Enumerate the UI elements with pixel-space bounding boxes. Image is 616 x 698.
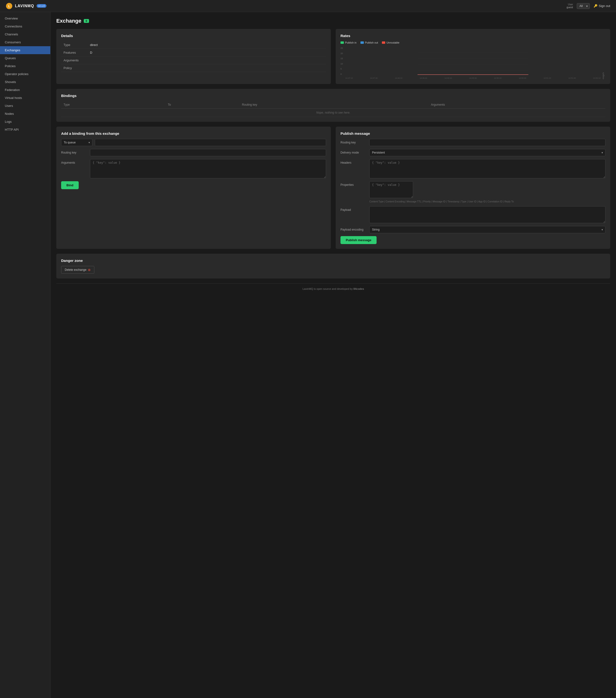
binding-destination-select-wrapper[interactable]: To queue To exchange — [61, 139, 93, 146]
bindings-table: Type To Routing key Arguments Nope, noth… — [61, 101, 605, 117]
details-rates-row: Details Type direct Features D Arguments — [56, 29, 610, 84]
bind-button[interactable]: Bind — [61, 181, 79, 189]
exchange-badge: 0 — [84, 19, 89, 23]
version-badge: v2.1.0 — [37, 4, 46, 8]
rates-chart — [345, 47, 601, 76]
binding-destination-select[interactable]: To queue To exchange — [61, 139, 93, 146]
bindings-header-row: Type To Routing key Arguments — [61, 101, 605, 109]
sidebar-item-exchanges[interactable]: Exchanges — [0, 46, 50, 54]
publish-encoding-wrapper[interactable]: String Base64 — [369, 226, 605, 233]
sidebar-item-policies[interactable]: Policies — [0, 62, 50, 70]
vhost-wrapper[interactable]: All / — [577, 3, 590, 9]
legend-publish-out: Publish out — [361, 41, 378, 44]
details-label-policy: Policy — [61, 64, 88, 72]
binding-destination-input[interactable] — [95, 139, 326, 146]
sidebar-item-overview[interactable]: Overview — [0, 14, 50, 23]
page-title-row: Exchange 0 — [56, 18, 610, 24]
legend-label-publish-in: Publish in — [345, 41, 356, 44]
publish-routing-key-row: Routing key — [340, 139, 605, 146]
publish-encoding-row: Payload encoding String Base64 — [340, 226, 605, 233]
publish-message-button[interactable]: Publish message — [340, 236, 377, 244]
chart-y-axis: 25 20 15 10 5 0 — [340, 47, 344, 79]
sidebar-item-users[interactable]: Users — [0, 102, 50, 110]
sidebar-item-consumers[interactable]: Consumers — [0, 38, 50, 46]
publish-message-card: Publish message Routing key Delivery mod… — [336, 127, 610, 249]
publish-headers-row: Headers — [340, 159, 605, 178]
legend-dot-publish-in — [340, 41, 344, 44]
publish-routing-key-label: Routing key — [340, 139, 367, 144]
sidebar-item-shovels[interactable]: Shovels — [0, 78, 50, 86]
details-card: Details Type direct Features D Arguments — [56, 29, 331, 84]
bindings-empty-message: Nope, nothing to see here. — [61, 109, 605, 117]
publish-delivery-mode-row: Delivery mode Persistent Non-persistent — [340, 149, 605, 156]
publish-properties-wrapper: Content Type | Content Encoding | Messag… — [369, 181, 605, 204]
sidebar-item-channels[interactable]: Channels — [0, 30, 50, 38]
chart-x-labels: 14:47:10 14:47:40 14:48:10 14:48:40 14:4… — [345, 77, 601, 79]
publish-headers-textarea[interactable] — [369, 159, 605, 178]
bindings-title: Bindings — [61, 94, 605, 98]
sidebar-item-connections[interactable]: Connections — [0, 23, 50, 30]
binding-arguments-row: Arguments — [61, 159, 326, 178]
sidebar-item-operator-policies[interactable]: Operator policies — [0, 70, 50, 78]
legend-dot-unroutable — [382, 41, 385, 44]
binding-destination-row: To queue To exchange — [61, 139, 326, 146]
bindings-section: Bindings Type To Routing key Arguments N… — [56, 89, 610, 122]
details-value-policy — [88, 64, 326, 72]
header: L LAVINMQ v2.1.0 User guest All / 🔑 Sign… — [0, 0, 616, 12]
sidebar-item-virtual-hosts[interactable]: Virtual hosts — [0, 94, 50, 102]
details-label-features: Features — [61, 49, 88, 57]
page-title: Exchange — [56, 18, 81, 24]
publish-encoding-select[interactable]: String Base64 — [369, 226, 605, 233]
footer: LavinMQ is open source and developed by … — [56, 283, 610, 294]
publish-payload-row: Payload — [340, 206, 605, 223]
details-table: Type direct Features D Arguments Poli — [61, 41, 326, 72]
publish-payload-textarea[interactable] — [369, 206, 605, 223]
binding-arguments-textarea[interactable] — [90, 159, 326, 178]
delete-exchange-button[interactable]: Delete exchange ⊗ — [61, 266, 94, 274]
publish-payload-label: Payload — [340, 206, 367, 212]
binding-routing-key-input[interactable] — [90, 149, 326, 156]
app-name: LAVINMQ — [15, 4, 34, 8]
details-value-arguments — [88, 57, 326, 64]
legend-dot-publish-out — [361, 41, 364, 44]
legend-label-publish-out: Publish out — [365, 41, 378, 44]
details-label-type: Type — [61, 41, 88, 49]
bind-button-row: Bind — [61, 181, 326, 189]
sidebar-item-queues[interactable]: Queues — [0, 54, 50, 62]
binding-routing-key-row: Routing key — [61, 149, 326, 156]
sidebar: Overview Connections Channels Consumers … — [0, 12, 51, 698]
publish-delivery-mode-select[interactable]: Persistent Non-persistent — [369, 149, 605, 156]
delete-icon: ⊗ — [88, 268, 91, 272]
vhost-select[interactable]: All / — [577, 3, 590, 9]
rates-legend: Publish in Publish out Unroutable — [340, 41, 605, 44]
rates-card: Rates Publish in Publish out Unroutable — [336, 29, 610, 84]
binding-arguments-label: Arguments — [61, 159, 88, 164]
add-binding-card: Add a binding from this exchange To queu… — [56, 127, 331, 249]
publish-delivery-mode-label: Delivery mode — [340, 149, 367, 154]
sidebar-item-http-api[interactable]: HTTP API — [0, 126, 50, 134]
publish-routing-key-input[interactable] — [369, 139, 605, 146]
sidebar-item-federation[interactable]: Federation — [0, 86, 50, 94]
sidebar-item-logs[interactable]: Logs — [0, 118, 50, 126]
layout: Overview Connections Channels Consumers … — [0, 12, 616, 698]
logo-icon: L — [6, 3, 13, 9]
emoji-icon: 🔑 — [593, 4, 598, 8]
sidebar-item-nodes[interactable]: Nodes — [0, 110, 50, 118]
bottom-row: Add a binding from this exchange To queu… — [56, 127, 610, 249]
details-row-features: Features D — [61, 49, 326, 57]
details-value-features: D — [88, 49, 326, 57]
publish-properties-textarea[interactable] — [369, 181, 413, 198]
properties-hint: Content Type | Content Encoding | Messag… — [369, 200, 605, 204]
publish-delivery-mode-wrapper[interactable]: Persistent Non-persistent — [369, 149, 605, 156]
bindings-col-arguments: Arguments — [429, 101, 605, 109]
publish-properties-label: Properties — [340, 181, 367, 186]
bindings-empty-row: Nope, nothing to see here. — [61, 109, 605, 117]
add-binding-title: Add a binding from this exchange — [61, 131, 326, 136]
signout-button[interactable]: 🔑 Sign out — [593, 4, 610, 8]
publish-button-row: Publish message — [340, 236, 605, 244]
delete-exchange-label: Delete exchange — [65, 268, 86, 271]
bindings-col-routing-key: Routing key — [239, 101, 428, 109]
details-row-type: Type direct — [61, 41, 326, 49]
user-info: User guest — [566, 3, 573, 9]
details-title: Details — [61, 34, 326, 38]
